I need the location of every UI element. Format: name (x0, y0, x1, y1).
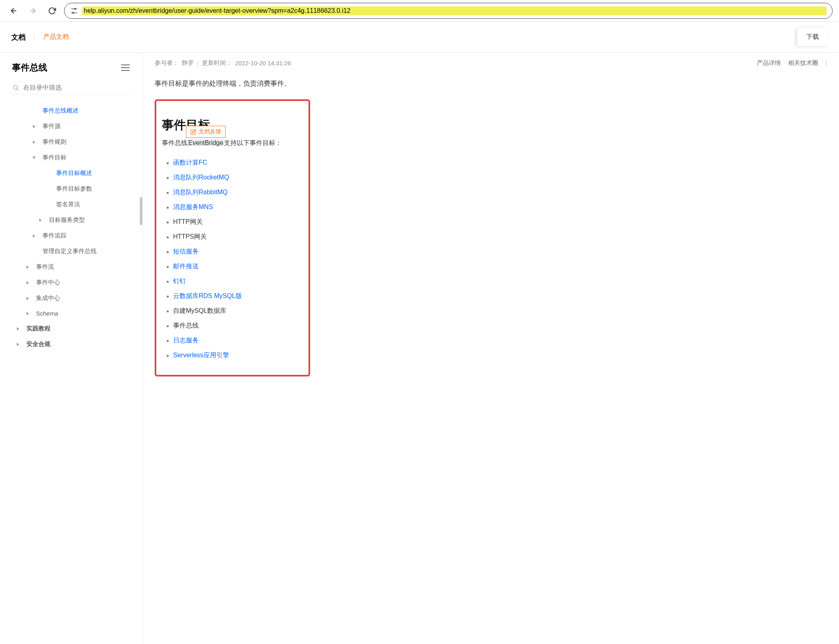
nav-item-label: 事件总线概述 (42, 107, 79, 115)
target-item-0[interactable]: 函数计算FC (173, 155, 303, 170)
target-item-6[interactable]: 短信服务 (173, 244, 303, 259)
download-button[interactable]: 下载 (797, 28, 828, 46)
header-docs-label[interactable]: 文档 (11, 32, 26, 42)
nav-item-label: 事件规则 (42, 138, 67, 146)
nav-item-label: 签名算法 (56, 201, 80, 208)
sidebar-toggle-icon[interactable] (121, 64, 130, 71)
intro-text: 事件目标是事件的处理终端，负责消费事件。 (155, 79, 827, 88)
svg-marker-25 (26, 297, 29, 300)
url-bar[interactable] (64, 3, 833, 19)
target-list: 函数计算FC消息队列RocketMQ消息队列RabbitMQ消息服务MNSHTT… (162, 155, 303, 363)
nav-item-label: Schema (36, 310, 58, 317)
chevron-right-icon (26, 312, 32, 316)
svg-point-11 (13, 85, 18, 90)
nav-item-4[interactable]: 事件目标概述 (0, 165, 142, 181)
nav-item-label: 事件流 (36, 263, 54, 271)
target-item-4: HTTP网关 (173, 215, 303, 229)
reload-icon (48, 7, 56, 15)
svg-marker-28 (17, 343, 19, 346)
sidebar-search[interactable] (12, 81, 130, 95)
scrollbar-thumb[interactable] (140, 197, 142, 225)
nav-item-14[interactable]: 实践教程 (0, 321, 142, 336)
nav-item-label: 管理自定义事件总线 (42, 248, 97, 255)
url-input[interactable] (82, 6, 827, 15)
header-product-docs-link[interactable]: 产品文档 (43, 33, 69, 41)
target-item-7[interactable]: 邮件推送 (173, 259, 303, 274)
chevron-right-icon (26, 281, 32, 285)
target-item-1[interactable]: 消息队列RocketMQ (173, 170, 303, 185)
nav-item-1[interactable]: 事件源 (0, 119, 142, 134)
search-icon (12, 84, 19, 91)
nav-item-label: 集成中心 (36, 294, 60, 302)
nav-item-2[interactable]: 事件规则 (0, 134, 142, 150)
target-item-8[interactable]: 钉钉 (173, 274, 303, 289)
sidebar: 事件总线 事件总线概述事件源事件规则事件目标事件目标概述事件目标参数签名算法目标… (0, 53, 143, 644)
nav-item-5[interactable]: 事件目标参数 (0, 181, 142, 197)
target-item-13[interactable]: Serverless应用引擎 (173, 348, 303, 363)
chevron-right-icon (32, 234, 38, 238)
chevron-right-icon (16, 342, 22, 346)
nav-item-6[interactable]: 签名算法 (0, 197, 142, 212)
nav-item-label: 实践教程 (26, 325, 50, 332)
sidebar-search-input[interactable] (23, 84, 130, 91)
nav-item-9[interactable]: 管理自定义事件总线 (0, 244, 142, 259)
product-details-link[interactable]: 产品详情 (757, 59, 781, 67)
forward-button[interactable] (26, 4, 40, 18)
nav-item-10[interactable]: 事件流 (0, 259, 142, 275)
updated-label: 更新时间： (202, 59, 232, 67)
nav-item-0[interactable]: 事件总线概述 (0, 103, 142, 119)
chevron-right-icon (26, 265, 32, 269)
target-item-12[interactable]: 日志服务 (173, 333, 303, 348)
edit-icon (190, 129, 196, 135)
arrow-right-icon (29, 7, 37, 15)
svg-marker-15 (33, 141, 35, 144)
arrow-left-icon (10, 7, 18, 15)
nav-item-label: 目标服务类型 (49, 216, 85, 224)
nav-tree: 事件总线概述事件源事件规则事件目标事件目标概述事件目标参数签名算法目标服务类型事… (0, 103, 142, 352)
related-tech-link[interactable]: 相关技术圈 (788, 59, 818, 67)
nav-item-label: 事件中心 (36, 279, 60, 286)
target-item-9[interactable]: 云数据库RDS MySQL版 (173, 289, 303, 304)
nav-item-7[interactable]: 目标服务类型 (0, 212, 142, 228)
nav-item-3[interactable]: 事件目标 (0, 150, 142, 165)
chevron-right-icon (32, 140, 38, 144)
contributor-label: 参与者： (155, 59, 179, 67)
svg-marker-27 (17, 327, 19, 330)
chevron-right-icon (26, 296, 32, 300)
main-content: 参与者： 静罗 | 更新时间： 2022-10-20 14:31:26 产品详情… (143, 53, 839, 644)
target-item-3[interactable]: 消息服务MNS (173, 200, 303, 215)
nav-item-8[interactable]: 事件追踪 (0, 228, 142, 244)
svg-marker-20 (39, 219, 42, 222)
nav-item-label: 事件目标参数 (56, 185, 92, 193)
svg-marker-23 (26, 266, 29, 269)
nav-item-label: 安全合规 (26, 340, 50, 348)
chevron-right-icon (38, 218, 45, 222)
header-bar: 文档 | 产品文档 下载 (0, 22, 839, 53)
nav-item-label: 事件目标概述 (56, 169, 92, 177)
nav-item-13[interactable]: Schema (0, 306, 142, 321)
meta-row: 参与者： 静罗 | 更新时间： 2022-10-20 14:31:26 产品详情… (155, 59, 827, 67)
nav-item-12[interactable]: 集成中心 (0, 290, 142, 306)
meta-right-separator: | (825, 59, 827, 67)
chevron-right-icon (32, 125, 38, 129)
contributor-name: 静罗 (182, 59, 194, 67)
nav-item-15[interactable]: 安全合规 (0, 336, 142, 352)
nav-item-11[interactable]: 事件中心 (0, 275, 142, 290)
target-item-10: 自建MySQL数据库 (173, 304, 303, 318)
svg-line-12 (17, 89, 18, 90)
target-item-2[interactable]: 消息队列RabbitMQ (173, 185, 303, 200)
svg-marker-26 (26, 312, 29, 315)
feedback-label: 文档反馈 (199, 128, 221, 135)
svg-marker-21 (33, 234, 35, 237)
browser-toolbar (0, 0, 839, 22)
nav-item-label: 事件追踪 (42, 232, 67, 239)
back-button[interactable] (6, 4, 21, 18)
reload-button[interactable] (45, 4, 59, 18)
feedback-button[interactable]: 文档反馈 (186, 126, 226, 138)
svg-marker-24 (26, 281, 29, 284)
sidebar-title: 事件总线 (12, 62, 47, 74)
svg-marker-16 (32, 157, 36, 159)
support-text: 事件总线EventBridge支持以下事件目标： (162, 139, 303, 147)
meta-separator: | (197, 60, 199, 66)
site-settings-icon[interactable] (70, 7, 78, 15)
